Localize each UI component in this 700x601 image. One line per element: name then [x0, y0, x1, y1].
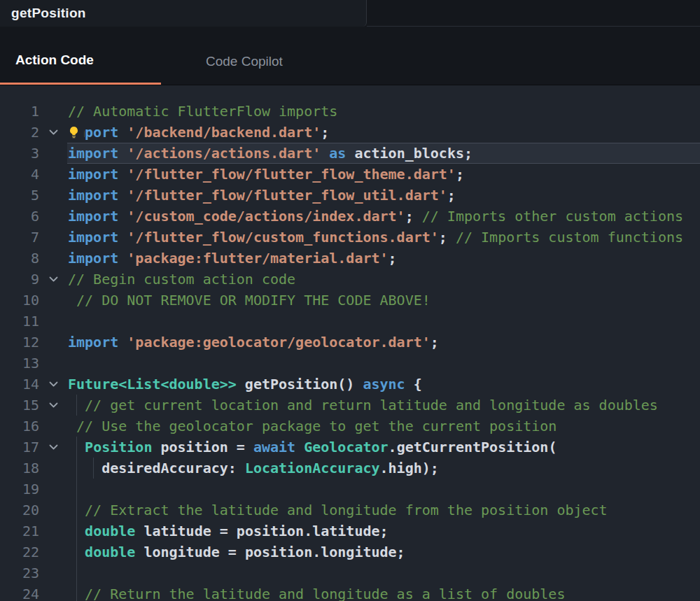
code-line-9[interactable]: 9// Begin custom action code [0, 269, 700, 290]
file-tab-getposition[interactable]: getPosition [0, 0, 367, 27]
fold-gutter [39, 101, 67, 122]
line-number: 2 [0, 122, 39, 143]
code-line-23[interactable]: 23 [0, 563, 700, 584]
token-plain: position = [152, 439, 253, 455]
code-text: desiredAccuracy: LocationAccuracy.high); [67, 458, 700, 479]
code-line-22[interactable]: 22 double longitude = position.longitude… [0, 542, 700, 563]
code-text: // Automatic FlutterFlow imports [67, 101, 700, 122]
code-text: double longitude = position.longitude; [67, 542, 700, 563]
code-line-2[interactable]: 2import '/backend/backend.dart'; [0, 122, 700, 143]
line-number: 21 [0, 521, 39, 542]
fold-gutter [39, 542, 67, 563]
tab-action-code[interactable]: Action Code [0, 27, 161, 85]
lightbulb-icon[interactable] [66, 122, 84, 143]
line-number: 5 [0, 185, 39, 206]
code-line-20[interactable]: 20 // Extract the latitude and longitude… [0, 500, 700, 521]
code-text [67, 353, 700, 374]
code-line-19[interactable]: 19 [0, 479, 700, 500]
token-kw: import [68, 334, 118, 351]
code-line-18[interactable]: 18 desiredAccuracy: LocationAccuracy.hig… [0, 458, 700, 479]
code-text: import 'package:flutter/material.dart'; [67, 248, 700, 269]
token-plain [118, 229, 127, 246]
fold-gutter [39, 290, 67, 311]
code-line-14[interactable]: 14Future<List<double>> getPosition() asy… [0, 374, 700, 395]
code-lines: 1// Automatic FlutterFlow imports2import… [0, 101, 700, 601]
code-text: // DO NOT REMOVE OR MODIFY THE CODE ABOV… [67, 290, 700, 311]
indent-guide [76, 542, 77, 563]
code-line-21[interactable]: 21 double latitude = position.latitude; [0, 521, 700, 542]
token-plain: ; [321, 124, 329, 141]
code-text: import '/backend/backend.dart'; [67, 122, 700, 143]
code-action-window: getPosition Action Code Code Copilot 1//… [0, 0, 700, 601]
code-line-6[interactable]: 6import '/custom_code/actions/index.dart… [0, 206, 700, 227]
token-plain [321, 145, 329, 162]
token-str: '/custom_code/actions/index.dart' [127, 208, 405, 225]
file-tab-label: getPosition [11, 6, 86, 21]
code-line-3[interactable]: 3import '/actions/actions.dart' as actio… [0, 143, 700, 164]
line-number: 16 [0, 416, 39, 437]
code-text: // get current location and return latit… [67, 395, 700, 416]
token-kw: await [253, 439, 295, 455]
indent-guide [76, 584, 77, 601]
fold-chevron-icon[interactable] [39, 122, 67, 143]
token-type: Future<List<double>> [68, 376, 237, 393]
fold-gutter [39, 479, 67, 500]
code-line-10[interactable]: 10 // DO NOT REMOVE OR MODIFY THE CODE A… [0, 290, 700, 311]
fold-chevron-icon[interactable] [39, 437, 67, 458]
token-plain: ; [447, 187, 456, 204]
code-line-13[interactable]: 13 [0, 353, 700, 374]
code-text: // Use the geolocator package to get the… [67, 416, 700, 437]
line-number: 12 [0, 332, 39, 353]
code-text: Future<List<double>> getPosition() async… [67, 374, 700, 395]
line-number: 19 [0, 479, 39, 500]
code-editor[interactable]: 1// Automatic FlutterFlow imports2import… [0, 85, 700, 601]
fold-gutter [39, 332, 67, 353]
token-kw: import [68, 250, 118, 267]
token-type: double [85, 523, 135, 539]
tab-code-copilot[interactable]: Code Copilot [161, 27, 311, 85]
code-text: import '/flutter_flow/flutter_flow_theme… [67, 164, 700, 185]
titlebar-spacer [367, 0, 700, 27]
code-line-8[interactable]: 8import 'package:flutter/material.dart'; [0, 248, 700, 269]
code-tabs: Action Code Code Copilot [0, 27, 700, 85]
code-line-1[interactable]: 1// Automatic FlutterFlow imports [0, 101, 700, 122]
code-line-4[interactable]: 4import '/flutter_flow/flutter_flow_them… [0, 164, 700, 185]
line-number: 4 [0, 164, 39, 185]
fold-gutter [39, 206, 67, 227]
code-text: import '/custom_code/actions/index.dart'… [67, 206, 700, 227]
indent-guide [76, 521, 77, 542]
token-plain: latitude = position.latitude; [135, 523, 388, 539]
line-number: 11 [0, 311, 39, 332]
token-plain [118, 250, 127, 267]
editor-titlebar: getPosition [0, 0, 700, 27]
token-plain: getPosition() [237, 376, 363, 393]
code-line-11[interactable]: 11 [0, 311, 700, 332]
token-str: '/flutter_flow/flutter_flow_util.dart' [127, 187, 447, 204]
code-line-17[interactable]: 17 Position position = await Geolocator.… [0, 437, 700, 458]
line-number: 13 [0, 353, 39, 374]
token-plain: .high); [380, 460, 439, 476]
fold-gutter [39, 143, 67, 164]
fold-gutter [39, 185, 67, 206]
fold-chevron-icon[interactable] [39, 269, 67, 290]
code-line-24[interactable]: 24 // Return the latitude and longitude … [0, 584, 700, 601]
indent-guide [76, 437, 77, 458]
token-plain [118, 334, 127, 351]
code-text: // Begin custom action code [67, 269, 700, 290]
token-comment: // get current location and return latit… [68, 397, 658, 413]
code-text: // Extract the latitude and longitude fr… [67, 500, 700, 521]
line-number: 18 [0, 458, 39, 479]
fold-chevron-icon[interactable] [39, 374, 67, 395]
code-line-16[interactable]: 16 // Use the geolocator package to get … [0, 416, 700, 437]
token-plain: ; [405, 208, 422, 225]
code-line-12[interactable]: 12import 'package:geolocator/geolocator.… [0, 332, 700, 353]
line-number: 20 [0, 500, 39, 521]
code-line-5[interactable]: 5import '/flutter_flow/flutter_flow_util… [0, 185, 700, 206]
line-number: 1 [0, 101, 39, 122]
line-number: 8 [0, 248, 39, 269]
code-line-7[interactable]: 7import '/flutter_flow/custom_functions.… [0, 227, 700, 248]
line-number: 3 [0, 143, 39, 164]
code-line-15[interactable]: 15 // get current location and return la… [0, 395, 700, 416]
line-number: 17 [0, 437, 39, 458]
fold-chevron-icon[interactable] [39, 395, 67, 416]
